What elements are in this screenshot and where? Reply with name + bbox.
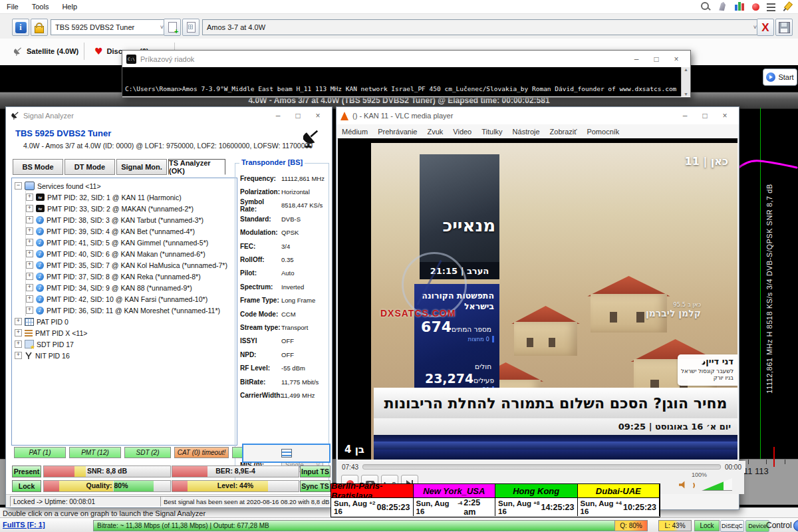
sync-ts-button[interactable]: Sync TS [300,480,331,492]
expand-icon[interactable]: + [26,250,33,257]
tuner-select[interactable]: TBS 5925 DVBS2 Tuner ˅ [51,19,168,35]
tab-signal-mon[interactable]: Signal Mon. [116,159,167,175]
close-icon[interactable]: × [666,52,686,66]
service-row[interactable]: +♪PMT PID: 41, SID: 5 @ KAN Gimmel (*unn… [26,237,237,248]
service-row[interactable]: +♪PMT PID: 38, SID: 3 @ KAN Tarbut (*unn… [26,214,237,225]
service-row[interactable]: +♪PMT PID: 36, SID: 11 @ KAN Moreshet (*… [26,305,237,316]
menu-help[interactable]: Help [55,1,84,12]
tree-node-row[interactable]: +PMT PID X <11> [15,327,237,338]
pin-icon[interactable] [783,1,793,11]
scroll-up-icon[interactable]: ▲ [684,67,688,72]
tab-ts-analyzer[interactable]: TS Analyzer (OK) [168,159,225,175]
tab-satellite[interactable]: Satellite (4.0W) [5,43,85,60]
expand-icon[interactable]: + [15,329,22,336]
maximize-icon[interactable]: □ [646,52,666,66]
tab-bs-mode[interactable]: BS Mode [13,159,63,175]
vlc-menu-tools[interactable]: Nástroje [513,128,540,136]
expand-icon[interactable]: + [15,340,22,348]
scroll-down-icon[interactable]: ▼ [684,92,688,96]
service-row[interactable]: +tvPMT PID: 32, SID: 1 @ KAN 11 (Harmoni… [26,192,237,203]
expand-icon[interactable]: + [26,307,33,314]
record-balloon-icon[interactable] [752,3,759,11]
tree-root-row[interactable]: − Services found <11> [15,180,237,192]
vlc-menu-view[interactable]: Zobraziť [550,128,577,136]
info-button[interactable]: i [12,19,29,36]
cmd-scrollbar[interactable]: ▲▼ [681,67,690,96]
expand-icon[interactable]: + [26,239,33,246]
maximize-icon[interactable]: □ [695,108,715,123]
vlc-window[interactable]: () - KAN 11 - VLC media player – □ × Méd… [336,106,739,510]
close-icon[interactable]: × [308,108,328,123]
service-row[interactable]: +tvPMT PID: 33, SID: 2 @ MAKAN (*unnamed… [26,203,237,214]
delete-button[interactable]: X [757,19,774,36]
cmd-console[interactable]: C:\Users\Roman>Amos 7-3.9°W_Middle East … [122,67,690,96]
vlc-menu-medium[interactable]: Médium [342,128,368,136]
service-label: PMT PID: 38, SID: 3 @ KAN Tarbut (*unnam… [47,216,203,224]
expand-icon[interactable]: + [26,273,33,280]
analyzer-device-link[interactable]: TBS 5925 DVBS2 Tuner [15,128,111,138]
cmd-title-bar[interactable]: C:\ Príkazový riadok – □ × [122,51,690,67]
tree-node-row[interactable]: + NIT PID 16 [15,350,237,361]
expand-icon[interactable]: + [26,227,33,235]
fullts-link[interactable]: FullTS [F: 1] [3,521,45,529]
tab-dt-mode[interactable]: DT Mode [65,159,115,175]
service-row[interactable]: +♪PMT PID: 34, SID: 9 @ KAN 88 (*unnamed… [26,282,237,293]
command-prompt-window[interactable]: C:\ Príkazový riadok – □ × C:\Users\Roma… [122,50,691,98]
collapse-icon[interactable]: − [15,182,22,190]
edit-list-button[interactable] [182,19,200,36]
expand-icon[interactable]: + [15,318,22,325]
volume-slider[interactable] [702,478,732,491]
search-icon[interactable] [700,1,710,11]
lock-button[interactable] [31,19,48,36]
new-transponder-button[interactable] [164,19,181,36]
speaker-description: לשעבר קונסול ישראל בניו יורק [680,368,733,381]
chart-bars-icon[interactable] [735,1,745,11]
close-icon[interactable]: × [715,108,735,123]
minimize-icon[interactable]: – [268,108,288,123]
tree-node-row[interactable]: +PAT PID 0 [15,316,237,327]
minimize-icon[interactable]: – [626,52,646,66]
service-row[interactable]: +♪PMT PID: 40, SID: 6 @ KAN Makan (*unna… [26,248,237,259]
vlc-menu-playback[interactable]: Prehrávanie [378,128,417,136]
expand-icon[interactable]: + [15,352,22,359]
vlc-menu-video[interactable]: Video [453,128,471,136]
input-ts-button[interactable]: Input TS [300,466,331,477]
diseqc-button[interactable]: DiSEqC [720,520,744,532]
service-label: PMT PID: 40, SID: 6 @ KAN Makan (*unname… [47,250,205,258]
menu-tools[interactable]: Tools [25,1,56,12]
service-row[interactable]: +♪PMT PID: 39, SID: 4 @ KAN Bet (*unname… [26,225,237,237]
minimize-icon[interactable]: – [675,108,695,123]
tree-node-label: SDT PID 17 [37,340,74,348]
video-display[interactable]: מנאייכ הערב | 21:15 התפשטות הקורונה בישר… [338,138,737,460]
expand-icon[interactable]: + [26,284,33,291]
hand-icon[interactable] [718,1,728,11]
control-icon[interactable] [793,520,798,531]
menu-file[interactable]: File [0,1,25,12]
expand-icon[interactable]: + [26,194,33,201]
satellite-select[interactable]: Amos 3-7 at 4.0W ˅ [202,19,761,35]
expand-icon[interactable]: + [26,216,33,223]
vlc-menu-audio[interactable]: Zvuk [427,128,443,136]
expand-icon[interactable]: + [26,295,33,303]
service-row[interactable]: +♪PMT PID: 37, SID: 8 @ KAN Reka (*unnam… [26,271,237,282]
transponder-field: Frame Type:Long Frame [235,294,329,307]
seek-slider[interactable] [362,464,721,469]
vlc-menu-help[interactable]: Pomocník [587,128,619,136]
list-icon[interactable] [767,3,775,11]
expand-icon[interactable]: + [26,261,33,269]
start-button[interactable]: Start [763,68,797,86]
services-tree[interactable]: − Services found <11> +tvPMT PID: 32, SI… [11,178,237,446]
volume-control[interactable]: 100% [679,471,732,494]
ts-record-button[interactable] [242,444,331,463]
expand-icon[interactable]: + [26,205,33,212]
save-button[interactable] [775,19,793,36]
vlc-title-bar[interactable]: () - KAN 11 - VLC media player – □ × [336,107,739,124]
tree-node-row[interactable]: +SDT PID 17 [15,338,237,350]
service-row[interactable]: +♪PMT PID: 35, SID: 7 @ KAN Kol HaMusica… [26,259,237,271]
analyzer-title-bar[interactable]: Signal Analyzer – □ × [6,107,332,124]
service-row[interactable]: +♪PMT PID: 42, SID: 10 @ KAN Farsi (*unn… [26,293,237,305]
vlc-menu-subtitles[interactable]: Titulky [481,128,502,136]
bottom-toolbar: FullTS [F: 1] Bitrate: ~ 11,38 Mbps (of … [0,517,798,532]
maximize-icon[interactable]: □ [288,108,308,123]
signal-analyzer-window[interactable]: Signal Analyzer – □ × TBS 5925 DVBS2 Tun… [5,106,332,508]
